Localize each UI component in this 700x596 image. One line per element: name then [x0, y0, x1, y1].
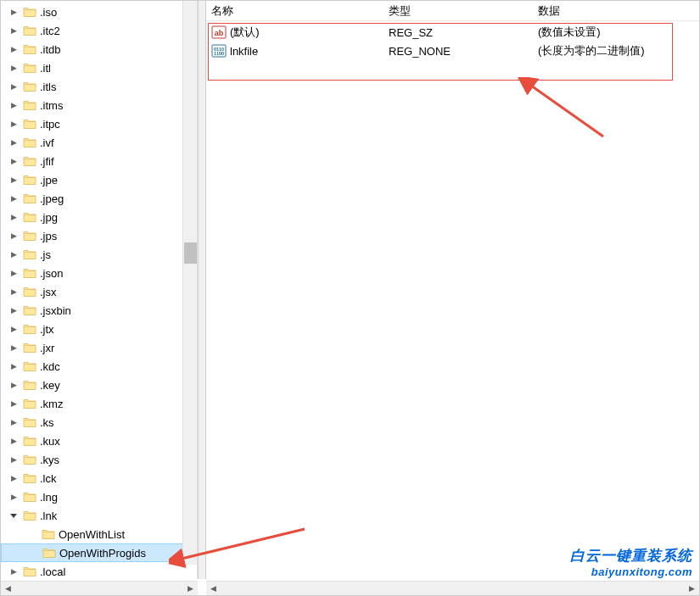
scroll-right-icon[interactable]: ▶: [685, 582, 699, 596]
tree-item-label: .itls: [40, 81, 57, 93]
tree-item-label: .jsxbin: [40, 304, 71, 317]
tree-item-local[interactable]: ▶.local: [1, 562, 197, 579]
folder-icon: [23, 565, 36, 577]
watermark-title: 白云一键重装系统: [570, 546, 692, 565]
tree-item-kmz[interactable]: ▶.kmz: [1, 394, 197, 413]
binary-value-icon: 01101100: [211, 44, 227, 58]
value-name: (默认): [230, 25, 260, 40]
tree-item-jtx[interactable]: ▶.jtx: [1, 320, 197, 338]
scrollbar-thumb[interactable]: [184, 242, 197, 264]
folder-icon: [42, 528, 55, 540]
chevron-right-icon[interactable]: ▶: [8, 454, 20, 465]
string-value-icon: ab: [211, 25, 227, 39]
tree-item-jps[interactable]: ▶.jps: [1, 226, 197, 245]
column-header-data[interactable]: 数据: [538, 3, 699, 19]
chevron-right-icon[interactable]: ▶: [8, 155, 20, 167]
tree-item-jxr[interactable]: ▶.jxr: [1, 338, 197, 357]
tree-item-itl[interactable]: ▶.itl: [1, 58, 197, 77]
chevron-right-icon[interactable]: ▶: [8, 342, 20, 354]
tree-item-lck[interactable]: ▶.lck: [1, 469, 197, 487]
tree-item-jpeg[interactable]: ▶.jpeg: [1, 189, 197, 208]
chevron-right-icon[interactable]: ▶: [8, 99, 20, 111]
folder-icon: [23, 491, 36, 503]
chevron-right-icon[interactable]: ▶: [8, 192, 20, 204]
tree-item-jpe[interactable]: ▶.jpe: [1, 170, 197, 189]
scroll-right-icon[interactable]: ▶: [183, 582, 198, 596]
tree-item-kux[interactable]: ▶.kux: [1, 432, 197, 450]
chevron-right-icon[interactable]: ▶: [8, 398, 20, 409]
folder-icon: [23, 286, 36, 298]
chevron-right-icon[interactable]: ▶: [8, 323, 20, 335]
chevron-right-icon[interactable]: ▶: [8, 81, 20, 92]
chevron-right-icon[interactable]: ▶: [8, 304, 20, 316]
chevron-right-icon[interactable]: ▶: [8, 118, 20, 130]
chevron-right-icon[interactable]: ▶: [8, 472, 20, 484]
values-scrollbar-horizontal[interactable]: ◀ ▶: [206, 581, 699, 595]
chevron-right-icon[interactable]: ▶: [8, 230, 20, 242]
scroll-left-icon[interactable]: ◀: [206, 582, 221, 596]
chevron-right-icon[interactable]: ▶: [8, 6, 20, 18]
chevron-right-icon[interactable]: ▶: [8, 379, 20, 391]
chevron-right-icon[interactable]: ▶: [8, 286, 20, 298]
folder-icon: [23, 43, 36, 55]
tree-item-OpenWithList[interactable]: OpenWithList: [1, 525, 197, 543]
registry-value-row[interactable]: ab(默认)REG_SZ(数值未设置): [206, 23, 699, 42]
chevron-right-icon[interactable]: ▶: [8, 25, 20, 36]
tree-item-label: .lck: [40, 472, 57, 485]
chevron-down-icon[interactable]: [8, 510, 20, 521]
tree-item-label: .js: [40, 248, 51, 261]
chevron-right-icon[interactable]: ▶: [8, 248, 20, 260]
tree-scrollbar-horizontal[interactable]: ◀ ▶: [1, 581, 198, 595]
tree-item-itpc[interactable]: ▶.itpc: [1, 114, 197, 133]
value-data: (长度为零的二进制值): [538, 43, 699, 58]
tree-item-jfif[interactable]: ▶.jfif: [1, 152, 197, 170]
tree-item-jsxbin[interactable]: ▶.jsxbin: [1, 301, 197, 320]
value-type: REG_SZ: [389, 26, 538, 39]
tree-item-itdb[interactable]: ▶.itdb: [1, 40, 197, 58]
tree-item-label: .jps: [40, 230, 57, 242]
tree-scrollbar-vertical[interactable]: [182, 1, 197, 565]
tree-item-js[interactable]: ▶.js: [1, 245, 197, 264]
chevron-right-icon[interactable]: ▶: [8, 491, 20, 503]
tree-item-jsx[interactable]: ▶.jsx: [1, 282, 197, 301]
chevron-right-icon[interactable]: ▶: [8, 435, 20, 447]
tree-item-itms[interactable]: ▶.itms: [1, 96, 197, 114]
tree-item-iso[interactable]: ▶.iso: [1, 3, 197, 21]
chevron-right-icon[interactable]: ▶: [8, 211, 20, 223]
column-header-name[interactable]: 名称: [206, 3, 389, 19]
chevron-right-icon[interactable]: ▶: [8, 416, 20, 428]
tree-item-itc2[interactable]: ▶.itc2: [1, 21, 197, 40]
tree-item-label: .itdb: [40, 43, 61, 56]
chevron-right-icon[interactable]: ▶: [8, 360, 20, 372]
chevron-right-icon[interactable]: ▶: [8, 43, 20, 55]
tree-item-label: .jxr: [40, 342, 54, 354]
value-data: (数值未设置): [538, 25, 699, 40]
folder-icon: [23, 81, 36, 92]
tree-item-kys[interactable]: ▶.kys: [1, 450, 197, 469]
folder-icon: [23, 155, 36, 167]
column-header-type[interactable]: 类型: [389, 3, 538, 19]
tree-item-jpg[interactable]: ▶.jpg: [1, 208, 197, 226]
chevron-right-icon[interactable]: ▶: [8, 267, 20, 279]
tree-item-key[interactable]: ▶.key: [1, 376, 197, 394]
chevron-right-icon[interactable]: ▶: [8, 174, 20, 186]
tree-item-lnk[interactable]: .lnk: [1, 506, 197, 525]
tree-item-OpenWithProgids[interactable]: OpenWithProgids: [1, 543, 197, 562]
tree-item-ivf[interactable]: ▶.ivf: [1, 133, 197, 152]
splitter[interactable]: [198, 1, 206, 579]
tree-item-json[interactable]: ▶.json: [1, 264, 197, 282]
tree-item-ks[interactable]: ▶.ks: [1, 413, 197, 432]
folder-icon: [23, 25, 36, 36]
chevron-right-icon[interactable]: ▶: [8, 565, 20, 577]
tree-item-lng[interactable]: ▶.lng: [1, 487, 197, 506]
chevron-right-icon[interactable]: ▶: [8, 62, 20, 74]
chevron-right-icon[interactable]: ▶: [8, 136, 20, 148]
registry-value-row[interactable]: 01101100lnkfileREG_NONE(长度为零的二进制值): [206, 42, 699, 60]
folder-icon: [23, 248, 36, 260]
scroll-left-icon[interactable]: ◀: [1, 582, 15, 596]
tree-item-kdc[interactable]: ▶.kdc: [1, 357, 197, 376]
folder-icon: [23, 398, 36, 409]
tree-item-label: .jfif: [40, 155, 54, 168]
tree-item-itls[interactable]: ▶.itls: [1, 77, 197, 96]
tree-item-label: .key: [40, 379, 60, 392]
